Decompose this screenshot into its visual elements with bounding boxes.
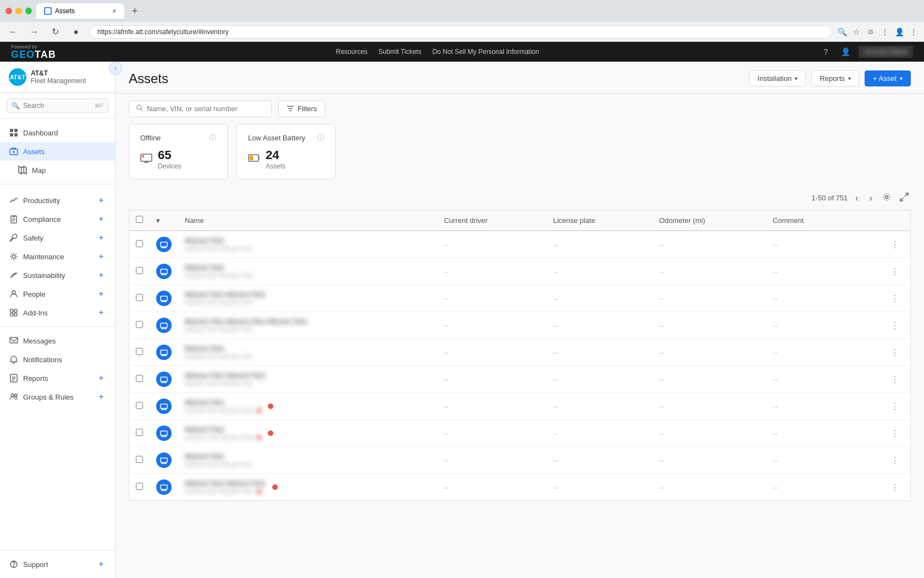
profile-icon[interactable]: 👤 — [894, 27, 904, 37]
bookmark-icon[interactable]: ☆ — [851, 27, 861, 37]
sidebar-item-compliance[interactable]: Compliance + — [0, 210, 115, 228]
odometer-header[interactable]: Odometer (mi) — [652, 210, 766, 231]
row-checkbox[interactable] — [136, 375, 143, 382]
zoom-icon[interactable]: 🔍 — [837, 27, 847, 37]
row-checkbox-cell[interactable] — [129, 231, 150, 258]
refresh-button[interactable]: ↻ — [47, 24, 63, 40]
driver-header[interactable]: Current driver — [437, 210, 546, 231]
row-checkbox-cell[interactable] — [129, 312, 150, 339]
browser-more-icon[interactable]: ⋮ — [909, 27, 919, 37]
row-menu-button[interactable]: ⋮ — [886, 373, 904, 386]
pagination-next-button[interactable]: › — [866, 192, 876, 204]
compliance-add-button[interactable]: + — [96, 214, 106, 224]
browser-menu-icon[interactable]: ⋮ — [880, 27, 890, 37]
plate-header[interactable]: License plate — [547, 210, 653, 231]
minimize-dot[interactable] — [15, 8, 22, 14]
sidebar-item-map[interactable]: Map — [0, 161, 115, 179]
row-checkbox[interactable] — [136, 294, 143, 301]
table-settings-button[interactable] — [880, 190, 893, 205]
do-not-sell-link[interactable]: Do Not Sell My Personal Information — [432, 48, 539, 56]
extension-icon[interactable]: ⛭ — [866, 27, 876, 37]
row-checkbox-cell[interactable] — [129, 366, 150, 393]
tab-close-button[interactable]: × — [112, 7, 117, 15]
sidebar-item-dashboard[interactable]: Dashboard — [0, 123, 115, 142]
row-actions-cell[interactable]: ⋮ — [851, 393, 910, 420]
sidebar-item-messages[interactable]: Messages — [0, 331, 115, 350]
row-checkbox-cell[interactable] — [129, 258, 150, 285]
row-actions-cell[interactable]: ⋮ — [851, 258, 910, 285]
people-add-button[interactable]: + — [96, 289, 106, 299]
row-checkbox[interactable] — [136, 240, 143, 247]
sidebar-item-people[interactable]: People + — [0, 285, 115, 303]
sidebar-item-reports[interactable]: Reports + — [0, 369, 115, 388]
select-all-checkbox[interactable] — [136, 216, 143, 223]
sidebar-item-maintenance[interactable]: Maintenance + — [0, 247, 115, 266]
back-button[interactable]: ← — [6, 24, 21, 40]
sustainability-add-button[interactable]: + — [96, 270, 106, 280]
row-actions-cell[interactable]: ⋮ — [851, 447, 910, 474]
sidebar-item-notifications[interactable]: Notifications — [0, 350, 115, 369]
low-battery-card-info-icon[interactable]: ⓘ — [317, 133, 324, 143]
row-menu-button[interactable]: ⋮ — [886, 238, 904, 251]
forward-button[interactable]: → — [26, 24, 42, 40]
row-menu-button[interactable]: ⋮ — [886, 400, 904, 413]
row-menu-button[interactable]: ⋮ — [886, 319, 904, 332]
user-icon[interactable]: 👤 — [839, 45, 852, 58]
row-actions-cell[interactable]: ⋮ — [851, 231, 910, 258]
row-menu-button[interactable]: ⋮ — [886, 346, 904, 359]
reports-button[interactable]: Reports ▾ — [811, 70, 859, 86]
help-icon[interactable]: ? — [819, 45, 832, 58]
select-all-header[interactable] — [129, 210, 150, 231]
row-checkbox-cell[interactable] — [129, 393, 150, 420]
sidebar-item-safety[interactable]: Safety + — [0, 228, 115, 247]
row-checkbox[interactable] — [136, 483, 143, 490]
row-checkbox[interactable] — [136, 267, 143, 274]
table-expand-button[interactable] — [898, 190, 911, 205]
row-checkbox[interactable] — [136, 456, 143, 463]
reports-add-button[interactable]: + — [96, 373, 106, 383]
support-add-button[interactable]: + — [96, 559, 106, 569]
pagination-prev-button[interactable]: ‹ — [852, 192, 861, 204]
asset-search-wrap[interactable] — [129, 100, 272, 117]
row-checkbox[interactable] — [136, 321, 143, 328]
sidebar-collapse-button[interactable]: ‹ — [109, 62, 122, 75]
row-checkbox[interactable] — [136, 429, 143, 436]
row-actions-cell[interactable]: ⋮ — [851, 474, 910, 501]
sidebar-item-productivity[interactable]: Productivity + — [0, 191, 115, 210]
row-checkbox[interactable] — [136, 402, 143, 409]
row-menu-button[interactable]: ⋮ — [886, 265, 904, 278]
sidebar-item-sustainability[interactable]: Sustainability + — [0, 266, 115, 285]
sidebar-item-groups[interactable]: Groups & Rules + — [0, 388, 115, 406]
installation-button[interactable]: Installation ▾ — [749, 70, 806, 86]
browser-tab[interactable]: Assets × — [36, 3, 124, 19]
asset-search-input[interactable] — [147, 105, 265, 113]
sidebar-item-assets[interactable]: Assets — [0, 142, 115, 161]
comment-header[interactable]: Comment — [766, 210, 851, 231]
row-checkbox-cell[interactable] — [129, 339, 150, 366]
low-battery-card[interactable]: Low Asset Battery ⓘ 24 Assets — [237, 124, 336, 179]
add-asset-button[interactable]: + Asset ▾ — [865, 70, 911, 86]
sidebar-item-addins[interactable]: Add-Ins + — [0, 303, 115, 322]
maximize-dot[interactable] — [25, 8, 32, 14]
resources-link[interactable]: Resources — [336, 48, 367, 56]
row-actions-cell[interactable]: ⋮ — [851, 420, 910, 447]
filter-header[interactable]: ▾ — [150, 210, 178, 231]
safety-add-button[interactable]: + — [96, 233, 106, 243]
search-input[interactable] — [23, 102, 91, 110]
row-menu-button[interactable]: ⋮ — [886, 481, 904, 494]
row-menu-button[interactable]: ⋮ — [886, 292, 904, 305]
offline-card-info-icon[interactable]: ⓘ — [210, 133, 216, 143]
groups-add-button[interactable]: + — [96, 392, 106, 402]
sidebar-item-support[interactable]: Support + — [0, 555, 115, 574]
new-tab-button[interactable]: + — [129, 6, 141, 17]
row-checkbox-cell[interactable] — [129, 474, 150, 501]
sidebar-search-box[interactable]: 🔍 ⌘F — [7, 99, 108, 113]
row-checkbox-cell[interactable] — [129, 420, 150, 447]
offline-card[interactable]: Offline ⓘ 65 Devices — [129, 124, 228, 179]
row-actions-cell[interactable]: ⋮ — [851, 285, 910, 312]
productivity-add-button[interactable]: + — [96, 195, 106, 205]
home-button[interactable]: ● — [68, 24, 84, 40]
row-menu-button[interactable]: ⋮ — [886, 427, 904, 440]
row-checkbox[interactable] — [136, 348, 143, 355]
addins-add-button[interactable]: + — [96, 308, 106, 318]
